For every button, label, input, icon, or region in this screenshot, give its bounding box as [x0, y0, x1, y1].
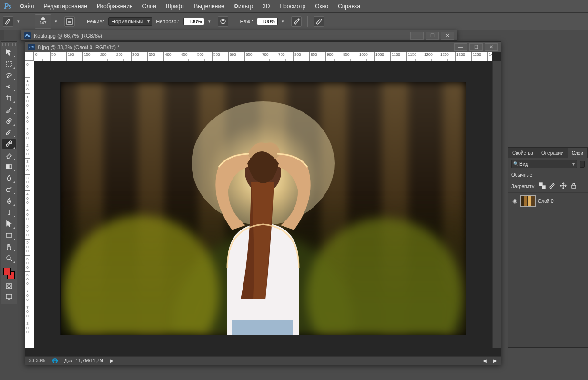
brush-preset-dropdown[interactable]: ▾	[55, 19, 61, 24]
image-canvas[interactable]	[61, 82, 466, 335]
minimize-button[interactable]: —	[410, 32, 424, 40]
menu-window[interactable]: Окно	[310, 0, 333, 12]
menu-view[interactable]: Просмотр	[274, 0, 310, 12]
menu-layers[interactable]: Слои	[138, 0, 161, 12]
airbrush-icon[interactable]	[291, 16, 302, 27]
panel-tabs: Свойства Операции Слои	[508, 148, 588, 158]
ruler-tick: 800	[293, 52, 309, 61]
svg-rect-18	[539, 183, 542, 186]
tab-actions[interactable]: Операции	[537, 148, 568, 158]
tool-healing[interactable]	[2, 116, 16, 126]
tool-pen[interactable]	[2, 196, 16, 206]
visibility-icon[interactable]: ◉	[511, 198, 518, 204]
globe-icon[interactable]: 🌐	[52, 358, 58, 363]
maximize-button[interactable]: ☐	[469, 43, 483, 51]
layer-thumbnail[interactable]	[521, 196, 535, 206]
tool-blur[interactable]	[2, 173, 16, 183]
layer-filter-toggle-icon[interactable]	[580, 161, 585, 168]
brush-panel-toggle-icon[interactable]	[64, 16, 75, 27]
scroll-right-icon[interactable]: ▶	[493, 358, 497, 363]
document-window-8jpg: Ps 8.jpg @ 33,3% (Слой 0, RGB/8#) * — ☐ …	[25, 41, 501, 365]
dock-handle[interactable]	[0, 30, 4, 40]
tool-lasso[interactable]	[2, 70, 16, 80]
scroll-left-icon[interactable]: ◀	[483, 358, 487, 363]
pressure-opacity-icon[interactable]	[218, 16, 228, 27]
status-popup-icon[interactable]: ▶	[110, 358, 114, 363]
menu-edit[interactable]: Редактирование	[39, 0, 92, 12]
tool-type[interactable]	[2, 207, 16, 218]
menu-type[interactable]: Шрифт	[161, 0, 189, 12]
tool-preset-icon[interactable]	[3, 16, 13, 27]
ruler-tick: 600	[25, 271, 30, 288]
layer-row[interactable]: ◉ Слой 0	[508, 193, 588, 209]
blend-mode-select[interactable]: Нормальный	[108, 17, 152, 26]
ruler-tick: 100	[25, 93, 30, 110]
flow-dropdown[interactable]: ▾	[282, 19, 287, 24]
minimize-button[interactable]: —	[454, 43, 467, 51]
lock-pixels-icon[interactable]	[549, 182, 557, 190]
screenmode-icon[interactable]	[2, 292, 16, 301]
tool-move[interactable]	[2, 47, 16, 58]
color-swatches[interactable]	[2, 267, 16, 280]
ruler-tick: 500	[196, 52, 212, 61]
horizontal-ruler[interactable]: 0501001502002503003504004505005506006507…	[34, 52, 492, 61]
menu-help[interactable]: Справка	[333, 0, 365, 12]
pressure-size-icon[interactable]	[314, 16, 324, 27]
lock-all-icon[interactable]	[570, 182, 578, 190]
layer-name[interactable]: Слой 0	[538, 199, 554, 204]
tab-properties[interactable]: Свойства	[508, 148, 537, 158]
ruler-tick: 400	[163, 52, 180, 61]
vertical-scrollbar[interactable]	[492, 61, 501, 348]
close-button[interactable]: ✕	[485, 43, 498, 51]
tool-path-select[interactable]	[2, 219, 16, 229]
tool-quick-select[interactable]	[2, 81, 16, 92]
blend-mode-value[interactable]: Обычные	[511, 172, 532, 178]
layers-empty-area[interactable]	[508, 209, 588, 347]
quickmask-icon[interactable]	[2, 282, 16, 290]
flow-input[interactable]	[257, 18, 278, 25]
tool-eraser[interactable]	[2, 150, 16, 160]
tool-gradient[interactable]	[2, 161, 16, 172]
brush-preset-picker[interactable]: 147	[35, 14, 51, 29]
document-titlebar-front[interactable]: Ps 8.jpg @ 33,3% (Слой 0, RGB/8#) * — ☐ …	[25, 42, 501, 52]
menu-filter[interactable]: Фильтр	[229, 0, 258, 12]
maximize-button[interactable]: ☐	[426, 32, 439, 40]
tool-history-brush[interactable]	[2, 139, 16, 149]
ruler-tick: 700	[25, 304, 30, 320]
lock-position-icon[interactable]	[559, 182, 567, 190]
tool-crop[interactable]	[2, 93, 16, 103]
menu-file[interactable]: Файл	[15, 0, 39, 12]
opacity-input[interactable]	[183, 18, 204, 25]
tool-eyedropper[interactable]	[2, 104, 16, 115]
menu-3d[interactable]: 3D	[258, 0, 274, 12]
blend-mode-label: Режим:	[87, 19, 104, 24]
opacity-dropdown[interactable]: ▾	[208, 19, 214, 24]
canvas-area[interactable]	[34, 61, 492, 356]
tool-marquee[interactable]	[2, 59, 16, 69]
ruler-tick: 1150	[406, 52, 423, 61]
tool-shape[interactable]	[2, 230, 16, 240]
flow-label: Наж.:	[240, 19, 253, 24]
menu-select[interactable]: Выделение	[189, 0, 229, 12]
tool-brush[interactable]	[2, 127, 16, 138]
ruler-tick: 250	[115, 52, 131, 61]
tool-dodge[interactable]	[2, 184, 16, 195]
ruler-tick: 600	[25, 255, 30, 271]
tool-hand[interactable]	[2, 241, 16, 252]
menu-image[interactable]: Изображение	[92, 0, 138, 12]
lock-transparency-icon[interactable]	[538, 182, 546, 190]
doc-title-back: Koala.jpg @ 66,7% (RGB/8#)	[34, 33, 102, 39]
tool-zoom[interactable]	[2, 253, 16, 263]
foreground-color-swatch[interactable]	[3, 268, 11, 275]
toolbox-grip[interactable]	[2, 43, 16, 46]
tool-preset-dropdown[interactable]: ▾	[17, 19, 23, 24]
vertical-ruler[interactable]: 0100100100200200300300400400500500600600…	[25, 61, 34, 348]
zoom-level[interactable]: 33,33%	[29, 358, 45, 363]
document-titlebar-back[interactable]: Ps Koala.jpg @ 66,7% (RGB/8#) — ☐ ✕	[21, 30, 457, 41]
document-window-koala[interactable]: Ps Koala.jpg @ 66,7% (RGB/8#) — ☐ ✕	[21, 30, 457, 40]
ruler-corner[interactable]	[25, 52, 34, 61]
tab-layers[interactable]: Слои	[568, 148, 588, 158]
opacity-label: Непрозр.:	[156, 19, 179, 24]
close-button[interactable]: ✕	[441, 32, 454, 40]
layer-filter-kind[interactable]: Вид	[511, 160, 577, 168]
